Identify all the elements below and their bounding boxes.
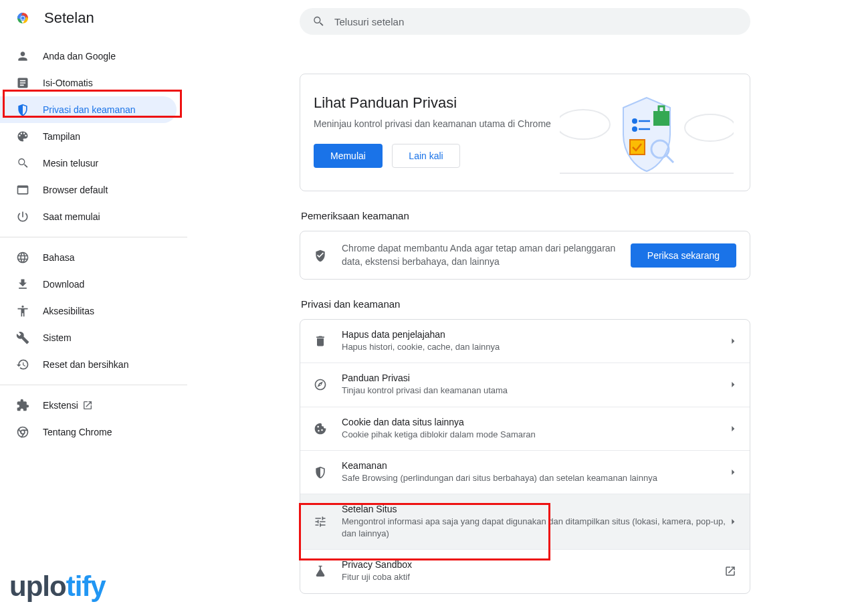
restore-icon — [16, 358, 29, 371]
row-title: Keamanan — [342, 460, 731, 471]
row-text: Cookie dan data situs lainnya Cookie pih… — [342, 417, 731, 441]
search-bar[interactable] — [300, 8, 750, 35]
nav-group-1: Anda dan Google Isi-Otomatis Privasi dan… — [0, 41, 187, 231]
guide-buttons: Memulai Lain kali — [314, 144, 551, 168]
sidebar-item-language[interactable]: Bahasa — [0, 244, 177, 271]
sidebar-item-system[interactable]: Sistem — [0, 324, 177, 351]
row-security[interactable]: Keamanan Safe Browsing (perlindungan dar… — [300, 450, 750, 494]
sidebar-item-privacy[interactable]: Privasi dan keamanan — [0, 96, 177, 123]
sidebar-item-label: Download — [43, 279, 84, 290]
watermark: uplotify — [9, 571, 106, 603]
power-icon — [16, 210, 29, 223]
privacy-header: Privasi dan keamanan — [301, 298, 750, 310]
accessibility-icon — [16, 304, 29, 318]
row-text: Panduan Privasi Tinjau kontrol privasi d… — [342, 373, 731, 397]
chevron-right-icon — [731, 470, 736, 475]
sidebar-item-label: Tentang Chrome — [43, 427, 112, 437]
launch-icon — [724, 565, 736, 577]
sidebar-item-label: Saat memulai — [43, 211, 100, 222]
svg-line-16 — [666, 155, 673, 163]
compass-icon — [314, 378, 327, 391]
sidebar-item-you-and-google[interactable]: Anda dan Google — [0, 43, 177, 70]
sidebar-item-label: Aksesibilitas — [43, 306, 94, 316]
sidebar: Setelan Anda dan Google Isi-Otomatis Pri… — [0, 0, 187, 616]
row-title: Panduan Privasi — [342, 373, 731, 383]
sidebar-item-on-startup[interactable]: Saat memulai — [0, 203, 177, 230]
divider — [0, 385, 187, 385]
guide-text: Lihat Panduan Privasi Meninjau kontrol p… — [314, 94, 551, 168]
chevron-right-icon — [731, 519, 736, 524]
sidebar-item-reset[interactable]: Reset dan bersihkan — [0, 351, 177, 378]
row-privacy-guide[interactable]: Panduan Privasi Tinjau kontrol privasi d… — [300, 363, 750, 406]
person-icon — [16, 49, 29, 63]
shield-icon — [314, 466, 327, 479]
svg-point-6 — [560, 110, 610, 139]
search-icon — [312, 15, 325, 28]
guide-title: Lihat Panduan Privasi — [314, 94, 551, 112]
search-input[interactable] — [334, 16, 738, 27]
row-clear-data[interactable]: Hapus data penjelajahan Hapus histori, c… — [300, 320, 750, 363]
chrome-outline-icon — [16, 425, 29, 439]
page-title: Setelan — [44, 9, 94, 27]
row-title: Cookie dan data situs lainnya — [342, 417, 731, 427]
row-text: Setelan Situs Mengontrol informasi apa s… — [342, 504, 731, 540]
chevron-right-icon — [731, 426, 736, 431]
sidebar-item-label: Mesin telusur — [43, 158, 98, 169]
row-site-settings[interactable]: Setelan Situs Mengontrol informasi apa s… — [300, 494, 750, 549]
search-icon — [16, 157, 29, 170]
check-now-button[interactable]: Periksa sekarang — [631, 243, 736, 268]
row-text: Hapus data penjelajahan Hapus histori, c… — [342, 329, 731, 353]
extension-icon — [16, 399, 29, 412]
sidebar-item-autofill[interactable]: Isi-Otomatis — [0, 70, 177, 96]
palette-icon — [16, 130, 29, 143]
row-sub: Cookie pihak ketiga diblokir dalam mode … — [342, 429, 731, 441]
svg-point-3 — [21, 17, 25, 20]
sidebar-item-about[interactable]: Tentang Chrome — [0, 419, 177, 445]
main: Lihat Panduan Privasi Meninjau kontrol p… — [187, 0, 856, 616]
svg-rect-14 — [630, 140, 645, 155]
guide-subtitle: Meninjau kontrol privasi dan keamanan ut… — [314, 118, 551, 129]
row-sub: Safe Browsing (perlindungan dari situs b… — [342, 472, 731, 484]
row-sub: Tinjau kontrol privasi dan keamanan utam… — [342, 385, 731, 397]
watermark-b: tify — [66, 571, 106, 602]
row-privacy-sandbox[interactable]: Privacy Sandbox Fitur uji coba aktif — [300, 549, 750, 593]
sidebar-item-label: Sistem — [43, 332, 72, 343]
safety-text: Chrome dapat membantu Anda agar tetap am… — [342, 242, 631, 268]
privacy-guide-card: Lihat Panduan Privasi Meninjau kontrol p… — [300, 74, 750, 191]
start-button[interactable]: Memulai — [314, 144, 383, 168]
watermark-a: uplo — [9, 571, 66, 602]
row-sub: Hapus histori, cookie, cache, dan lainny… — [342, 341, 731, 353]
sidebar-item-default-browser[interactable]: Browser default — [0, 177, 177, 203]
content: Lihat Panduan Privasi Meninjau kontrol p… — [187, 35, 856, 594]
globe-icon — [16, 251, 29, 264]
nav-group-2: Bahasa Download Aksesibilitas Sistem Res… — [0, 243, 187, 379]
row-cookies[interactable]: Cookie dan data situs lainnya Cookie pih… — [300, 407, 750, 450]
sidebar-item-label: Anda dan Google — [43, 51, 116, 62]
safety-header: Pemeriksaan keamanan — [301, 210, 750, 221]
cookie-icon — [314, 422, 327, 435]
sidebar-item-download[interactable]: Download — [0, 271, 177, 298]
nav-group-3: Ekstensi Tentang Chrome — [0, 391, 187, 447]
svg-point-10 — [632, 126, 637, 132]
sidebar-item-label: Reset dan bersihkan — [43, 359, 128, 370]
chevron-right-icon — [731, 382, 736, 387]
sidebar-item-label: Privasi dan keamanan — [43, 104, 136, 115]
sidebar-item-search-engine[interactable]: Mesin telusur — [0, 150, 177, 177]
sidebar-item-extensions[interactable]: Ekstensi — [0, 392, 177, 419]
autofill-icon — [16, 76, 29, 90]
row-text: Privacy Sandbox Fitur uji coba aktif — [342, 559, 724, 583]
trash-icon — [314, 334, 327, 348]
launch-icon — [82, 400, 93, 411]
later-button[interactable]: Lain kali — [392, 144, 459, 168]
privacy-card: Hapus data penjelajahan Hapus histori, c… — [300, 319, 750, 593]
divider — [0, 237, 187, 237]
guide-illustration — [560, 88, 734, 175]
row-sub: Fitur uji coba aktif — [342, 571, 724, 583]
row-title: Privacy Sandbox — [342, 559, 724, 570]
sidebar-item-appearance[interactable]: Tampilan — [0, 123, 177, 150]
row-title: Setelan Situs — [342, 504, 731, 514]
sidebar-item-accessibility[interactable]: Aksesibilitas — [0, 298, 177, 324]
svg-point-8 — [632, 118, 637, 124]
chrome-logo-icon — [15, 10, 31, 26]
flask-icon — [314, 564, 327, 578]
